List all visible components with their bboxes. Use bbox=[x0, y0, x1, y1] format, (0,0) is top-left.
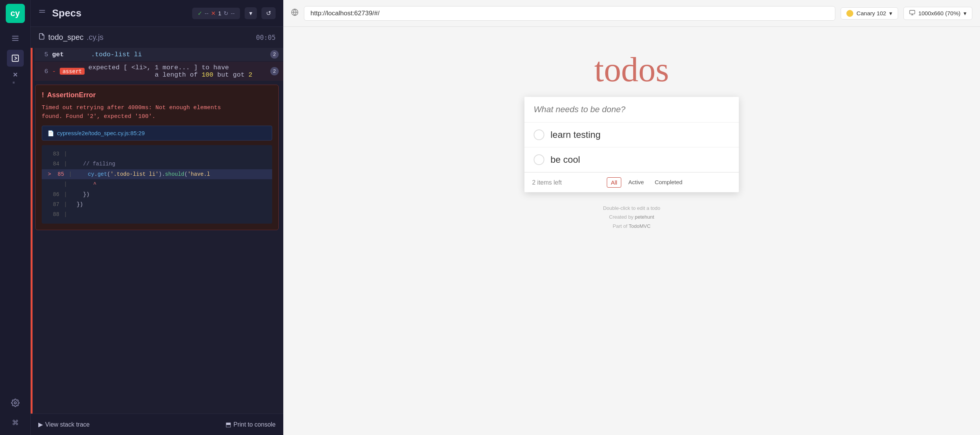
status-count: 1 bbox=[218, 10, 221, 16]
todomvc-area: todos learn testing be cool 2 items left… bbox=[283, 27, 980, 435]
error-title: ! AssertionError bbox=[42, 91, 272, 99]
browser-name: Canary 102 bbox=[856, 10, 886, 16]
line-num-6: 6 bbox=[39, 68, 48, 75]
viewport-text: 1000x660 (70%) bbox=[918, 10, 960, 16]
svg-point-4 bbox=[14, 402, 16, 404]
browser-selector[interactable]: Canary 102 ▾ bbox=[841, 7, 898, 20]
status-dash2: -- bbox=[231, 10, 235, 16]
url-security-icon bbox=[291, 8, 299, 18]
cypress-topbar: Specs ✓ -- ✕ 1 ↻ -- ▾ ↺ bbox=[31, 0, 283, 27]
viewport-selector[interactable]: 1000x660 (70%) ▾ bbox=[903, 7, 972, 20]
error-title-text: AssertionError bbox=[47, 91, 96, 99]
code-line-83: 83 | bbox=[42, 149, 272, 159]
sidebar-icon-specs[interactable] bbox=[7, 30, 24, 47]
sidebar: cy ✕≡ ⌘ bbox=[0, 0, 31, 435]
code-line-86: 86 | }) bbox=[42, 190, 272, 200]
topbar-status: ✓ -- ✕ 1 ↻ -- bbox=[192, 8, 240, 19]
print-icon: ⬒ bbox=[225, 421, 231, 428]
sidebar-icon-commands[interactable]: ✕≡ bbox=[7, 70, 24, 87]
status-dash1: -- bbox=[205, 10, 209, 16]
print-console-label: Print to console bbox=[234, 421, 276, 428]
todo-text-1: learn testing bbox=[550, 129, 601, 140]
stack-trace-link[interactable]: 📄 cypress/e2e/todo_spec.cy.js:85:29 bbox=[42, 126, 272, 141]
filter-active[interactable]: Active bbox=[624, 177, 648, 188]
assert-badge: assert bbox=[60, 68, 85, 75]
sidebar-icon-keyboard[interactable]: ⌘ bbox=[7, 414, 24, 431]
test-content: 5 get .todo-list li 2 6 - assert expecte… bbox=[31, 48, 283, 414]
print-console-button[interactable]: ⬒ Print to console bbox=[225, 421, 276, 428]
line-num-5: 5 bbox=[39, 51, 48, 58]
file-link-icon: 📄 bbox=[47, 130, 54, 136]
status-spin-icon: ↻ bbox=[224, 10, 229, 17]
todo-item-1: learn testing bbox=[524, 123, 739, 147]
status-x-icon: ✕ bbox=[211, 10, 216, 17]
todo-item-2: be cool bbox=[524, 147, 739, 172]
todo-circle-1[interactable] bbox=[534, 129, 544, 140]
spec-filename: todo_spec bbox=[48, 33, 83, 42]
topbar-title: Specs bbox=[52, 7, 188, 19]
menu-icon bbox=[38, 8, 46, 18]
browser-panel: http://localhost:62739/#/ Canary 102 ▾ 1… bbox=[283, 0, 980, 435]
url-bar[interactable]: http://localhost:62739/#/ bbox=[304, 6, 835, 21]
error-box: ! AssertionError Timed out retrying afte… bbox=[35, 85, 279, 230]
todo-input[interactable] bbox=[524, 97, 739, 123]
status-check-icon: ✓ bbox=[198, 10, 203, 17]
todos-title: todos bbox=[594, 50, 669, 89]
todomvc-link[interactable]: TodoMVC bbox=[629, 223, 650, 229]
browser-logo bbox=[846, 10, 853, 17]
code-line-87: 87 | }) bbox=[42, 200, 272, 209]
viewport-icon bbox=[909, 10, 915, 17]
command-row-get[interactable]: 5 get .todo-list li 2 bbox=[34, 48, 283, 61]
browser-toolbar: http://localhost:62739/#/ Canary 102 ▾ 1… bbox=[283, 0, 980, 27]
command-row-assert[interactable]: 6 - assert expected [ <li>, 1 more... ] … bbox=[34, 62, 283, 81]
code-line-caret: | ^ bbox=[42, 179, 272, 189]
url-text: http://localhost:62739/#/ bbox=[310, 10, 380, 17]
cypress-logo[interactable]: cy bbox=[6, 4, 25, 23]
error-exclaim-icon: ! bbox=[42, 91, 44, 99]
cmd-badge-6: 2 bbox=[270, 67, 279, 75]
filter-all[interactable]: All bbox=[607, 177, 622, 188]
file-icon bbox=[38, 33, 45, 42]
view-stack-label: View stack trace bbox=[45, 421, 90, 428]
todomvc-info: Double-click to edit a todo Created by p… bbox=[603, 204, 660, 231]
cypress-panel: Specs ✓ -- ✕ 1 ↻ -- ▾ ↺ todo_spec .cy.js… bbox=[31, 0, 283, 435]
svg-rect-9 bbox=[910, 10, 915, 14]
filter-completed[interactable]: Completed bbox=[651, 177, 686, 188]
author-link[interactable]: petehunt bbox=[635, 214, 654, 220]
cmd-get: get bbox=[52, 51, 64, 58]
chevron-right-icon: ▶ bbox=[38, 421, 43, 428]
spec-ext: .cy.js bbox=[87, 33, 103, 42]
topbar-arrow-button[interactable]: ▾ bbox=[245, 7, 257, 19]
info-line3: Part of TodoMVC bbox=[603, 222, 660, 231]
cmd-badge-5: 2 bbox=[270, 50, 279, 59]
code-line-88: 88 | bbox=[42, 209, 272, 219]
svg-rect-3 bbox=[12, 55, 18, 62]
action-bar: ▶ View stack trace ⬒ Print to console bbox=[31, 414, 283, 435]
sidebar-icon-settings[interactable] bbox=[7, 394, 24, 411]
error-indicator-bar bbox=[31, 48, 33, 414]
stack-trace-path: cypress/e2e/todo_spec.cy.js:85:29 bbox=[57, 130, 145, 136]
todo-items: learn testing be cool bbox=[524, 123, 739, 172]
file-name: todo_spec .cy.js bbox=[38, 33, 103, 42]
code-snippet: 83 | 84 | // failing > 85 | cy.get('.tod… bbox=[42, 145, 272, 224]
cmd-dash: - bbox=[52, 68, 56, 75]
todo-filters: All Active Completed bbox=[607, 177, 686, 188]
file-header: todo_spec .cy.js 00:05 bbox=[31, 27, 283, 48]
info-line1: Double-click to edit a todo bbox=[603, 204, 660, 213]
code-line-85: > 85 | cy.get('.todo-list li').should('h… bbox=[42, 169, 272, 179]
error-message: Timed out retrying after 4000ms: Not eno… bbox=[42, 104, 272, 121]
topbar-refresh-button[interactable]: ↺ bbox=[261, 7, 276, 19]
todo-footer: 2 items left All Active Completed bbox=[524, 172, 739, 192]
sidebar-icon-runner[interactable] bbox=[7, 50, 24, 67]
code-line-84: 84 | // failing bbox=[42, 159, 272, 169]
todo-count: 2 items left bbox=[532, 179, 562, 186]
todo-circle-2[interactable] bbox=[534, 154, 544, 165]
command-list: 5 get .todo-list li 2 6 - assert expecte… bbox=[31, 48, 283, 81]
assert-text: expected [ <li>, 1 more... ] to have a l… bbox=[88, 64, 253, 78]
browser-dropdown-icon: ▾ bbox=[889, 10, 892, 17]
file-time: 00:05 bbox=[256, 34, 276, 41]
info-line2: Created by petehunt bbox=[603, 213, 660, 221]
todo-text-2: be cool bbox=[550, 154, 580, 165]
view-stack-button[interactable]: ▶ View stack trace bbox=[38, 421, 90, 428]
cmd-selector: .todo-list li bbox=[68, 51, 142, 58]
